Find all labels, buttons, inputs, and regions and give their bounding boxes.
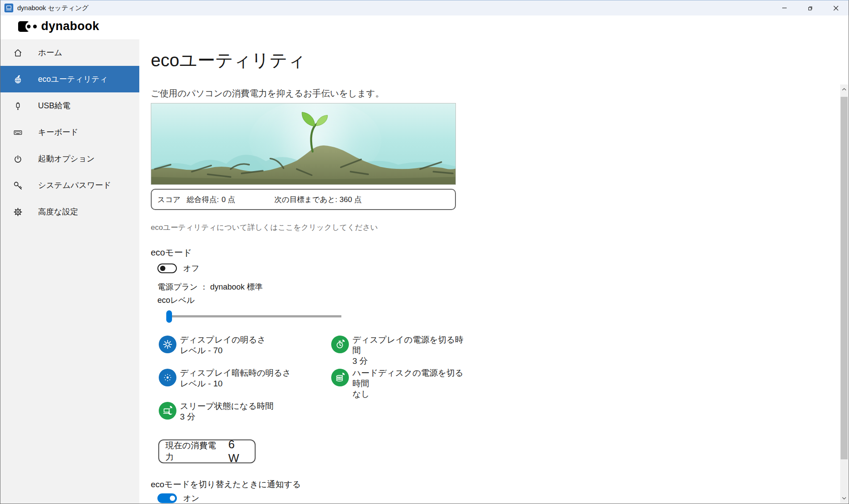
status-title: ハードディスクの電源を切る時間 xyxy=(352,368,468,389)
dim-brightness-icon xyxy=(159,369,176,386)
eco-sprout-image xyxy=(151,103,456,185)
status-title: ディスプレイの明るさ xyxy=(180,335,266,345)
dynabook-logo-text: dynabook xyxy=(41,19,99,33)
slider-thumb[interactable] xyxy=(166,310,172,323)
sidebar-item-label: 高度な設定 xyxy=(38,206,78,217)
score-next-value: 360 点 xyxy=(340,195,362,205)
eco-mode-toggle-state: オフ xyxy=(183,263,199,274)
main-content: ecoユーティリティ ご使用のパソコンの消費電力を抑えるお手伝いをします。 xyxy=(139,39,849,504)
notify-toggle[interactable] xyxy=(157,493,177,503)
status-value: レベル - 70 xyxy=(180,345,266,356)
scrollbar-down-button[interactable] xyxy=(840,493,848,503)
status-title: スリープ状態になる時間 xyxy=(180,401,274,412)
status-value: レベル - 10 xyxy=(180,378,291,389)
sidebar-item-boot-options[interactable]: 起動オプション xyxy=(0,145,139,172)
sidebar-item-label: キーボード xyxy=(38,127,78,137)
status-dim-brightness: ディスプレイ暗転時の明るさ レベル - 10 xyxy=(159,369,331,402)
notify-toggle-state: オン xyxy=(183,493,199,504)
score-total-label: 総合得点: xyxy=(187,195,219,205)
notify-toggle-label: ecoモードを切り替えたときに通知する xyxy=(151,479,849,490)
status-value: なし xyxy=(352,389,468,400)
status-title: ディスプレイの電源を切る時間 xyxy=(352,335,468,356)
status-sleep-timer: スリープ状態になる時間 3 分 xyxy=(159,402,331,435)
sidebar-item-system-password[interactable]: システムパスワード xyxy=(0,172,139,199)
score-next-label: 次の目標まであと: xyxy=(274,195,337,205)
sidebar-item-advanced-settings[interactable]: 高度な設定 xyxy=(0,199,139,225)
current-power-value: 6 W xyxy=(228,438,249,465)
close-button[interactable] xyxy=(823,0,849,15)
current-power-label: 現在の消費電力 xyxy=(165,440,224,463)
vertical-scrollbar[interactable] xyxy=(840,84,848,503)
slider-track[interactable] xyxy=(166,315,341,317)
power-plan-text: 電源プラン ： dynabook 標準 xyxy=(157,281,849,293)
status-hdd-off-timer: ハードディスクの電源を切る時間 なし xyxy=(331,369,468,402)
app-window: dynabook セッティング dynabook xyxy=(0,0,849,504)
window-title: dynabook セッティング xyxy=(17,4,88,12)
sidebar-item-label: ホーム xyxy=(38,47,62,58)
eco-mode-heading: ecoモード xyxy=(151,246,849,259)
current-power-box: 現在の消費電力 6 W xyxy=(158,439,256,463)
sidebar-item-keyboard[interactable]: キーボード xyxy=(0,119,139,145)
eco-mode-toggle[interactable] xyxy=(157,263,177,273)
sidebar-item-usb-power[interactable]: USB給電 xyxy=(0,92,139,119)
sidebar-item-label: システムパスワード xyxy=(38,180,111,191)
minimize-button[interactable] xyxy=(772,0,797,15)
power-icon xyxy=(12,153,23,164)
scrollbar-up-button[interactable] xyxy=(840,84,848,94)
home-icon xyxy=(12,47,23,58)
sidebar-item-label: USB給電 xyxy=(38,100,70,111)
score-total-value: 0 点 xyxy=(222,195,235,205)
status-display-brightness: ディスプレイの明るさ レベル - 70 xyxy=(159,336,331,369)
score-box: スコア 総合得点: 0 点 次の目標まであと: 360 点 xyxy=(151,189,456,210)
usb-icon xyxy=(12,100,23,111)
dynabook-logo-mark xyxy=(18,20,38,33)
status-title: ディスプレイ暗転時の明るさ xyxy=(180,368,291,378)
sidebar-item-label: 起動オプション xyxy=(38,153,95,164)
dynabook-logo: dynabook xyxy=(18,19,99,33)
key-icon xyxy=(12,180,23,191)
eco-status-grid: ディスプレイの明るさ レベル - 70 ディスプレイの電源を切る時間 3 分 xyxy=(159,336,468,435)
sidebar-item-home[interactable]: ホーム xyxy=(0,39,139,66)
eco-icon xyxy=(12,74,23,84)
toggle-knob xyxy=(160,266,165,271)
page-title: ecoユーティリティ xyxy=(151,49,849,71)
display-off-timer-icon xyxy=(331,336,349,353)
eco-utility-help-link[interactable]: ecoユーティリティについて詳しくはここをクリックしてください xyxy=(151,222,456,233)
eco-level-slider[interactable] xyxy=(166,310,343,323)
brand-header: dynabook xyxy=(0,15,849,39)
sidebar-item-label: ecoユーティリティ xyxy=(38,74,108,84)
toggle-knob xyxy=(170,496,175,501)
eco-level-label: ecoレベル xyxy=(157,294,849,306)
score-label: スコア xyxy=(157,195,180,205)
status-display-off-timer: ディスプレイの電源を切る時間 3 分 xyxy=(331,336,468,369)
brightness-icon xyxy=(159,336,176,353)
scrollbar-thumb[interactable] xyxy=(841,97,848,459)
restore-button[interactable] xyxy=(797,0,823,15)
gear-icon xyxy=(12,206,23,217)
status-value: 3 分 xyxy=(180,412,274,422)
sleep-timer-icon xyxy=(159,402,176,420)
title-bar: dynabook セッティング xyxy=(0,0,849,15)
hdd-off-timer-icon xyxy=(331,369,349,386)
app-icon xyxy=(4,4,13,12)
page-description: ご使用のパソコンの消費電力を抑えるお手伝いをします。 xyxy=(151,87,849,99)
keyboard-icon xyxy=(12,127,23,137)
sidebar: ホーム ecoユーティリティ USB給電 xyxy=(0,39,139,504)
sidebar-item-eco-utility[interactable]: ecoユーティリティ xyxy=(0,66,139,92)
status-value: 3 分 xyxy=(352,356,468,367)
